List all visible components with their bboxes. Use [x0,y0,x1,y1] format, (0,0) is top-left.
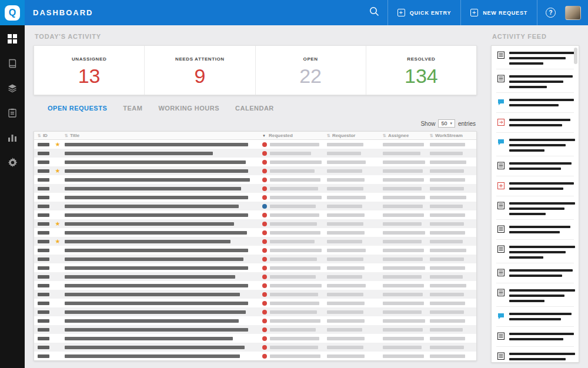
cell-requestor [327,257,383,261]
search-button[interactable] [361,0,387,25]
status-dot-icon [262,257,267,262]
table-row[interactable]: ★ [34,166,476,175]
feed-item[interactable] [496,93,574,113]
user-avatar[interactable] [565,6,581,20]
entries-per-page-select[interactable]: 50 ▾ [438,119,455,128]
sidebar-item-requests[interactable] [0,101,25,125]
sidebar-item-reports[interactable] [0,125,25,150]
reports-icon [8,133,17,142]
table-row[interactable] [34,281,476,290]
sidebar-item-dashboard[interactable] [0,26,25,51]
feed-item[interactable] [496,133,574,156]
tab-working-hours[interactable]: WORKING HOURS [158,105,219,112]
feed-item[interactable] [496,196,574,220]
table-row[interactable] [34,149,476,158]
feed-item[interactable] [496,176,574,196]
cell-title [65,169,262,173]
layers-icon [8,83,17,93]
favorite-star-icon[interactable]: ★ [55,168,61,174]
favorite-star-icon[interactable]: ★ [55,142,61,148]
feed-item-text [509,245,575,259]
table-row[interactable]: ★ [34,219,476,228]
cell-title [65,178,262,182]
favorite-star-icon[interactable]: ★ [55,239,61,245]
table-row[interactable] [34,202,476,210]
help-button[interactable]: ? [537,0,564,25]
cell-title [65,319,262,323]
feed-item[interactable] [496,156,574,176]
tab-team[interactable]: TEAM [123,105,142,112]
column-header-assignee[interactable]: ⇅Assignee [383,133,430,138]
cell-requested [262,213,327,218]
feed-item[interactable] [496,283,574,307]
column-header-requested[interactable]: ▼Requested [262,133,327,138]
table-row[interactable] [34,334,476,343]
feed-item[interactable] [496,69,574,93]
scrollbar-thumb[interactable] [574,48,577,64]
feed-item-text [509,332,574,342]
feed-item[interactable] [496,113,574,133]
cell-title [65,346,262,349]
quick-entry-button[interactable]: + QUICK ENTRY [388,0,460,25]
cell-requested [262,319,327,323]
stat-label: OPEN [303,56,318,62]
cell-title [65,302,262,305]
entries-label: entries [458,121,476,127]
table-row[interactable] [34,263,476,272]
tab-open-requests[interactable]: OPEN REQUESTS [48,105,107,112]
feed-item[interactable] [496,240,574,263]
cell-requestor [327,187,383,190]
table-row[interactable]: ★ [34,140,476,149]
stat-card-unassigned[interactable]: UNASSIGNED13 [34,46,145,95]
table-row[interactable] [34,255,476,263]
new-request-button[interactable]: + NEW REQUEST [461,0,537,25]
table-row[interactable] [34,158,476,166]
cell-requestor [327,160,383,164]
cell-workstream [430,354,476,358]
table-row[interactable] [34,193,476,202]
tab-calendar[interactable]: CALENDAR [235,105,274,112]
column-header-workstream[interactable]: ⇅WorkStream [430,133,476,138]
table-row[interactable] [34,228,476,237]
note-icon [497,332,505,342]
feed-item[interactable] [496,263,574,283]
feed-item[interactable] [496,347,574,363]
sidebar-item-layers[interactable] [0,76,25,101]
stat-card-needs-attention[interactable]: NEEDS ATTENTION9 [145,46,255,95]
cell-id [34,196,51,199]
table-row[interactable] [34,184,476,193]
favorite-star-icon[interactable]: ★ [55,221,61,227]
table-row[interactable] [34,175,476,184]
feed-item[interactable] [496,220,574,240]
status-dot-icon [262,301,267,306]
table-row[interactable] [34,325,476,334]
feed-item[interactable] [496,307,574,327]
column-header-title[interactable]: ⇅Title [65,133,262,138]
app-logo[interactable]: Q [0,0,25,25]
stat-card-resolved[interactable]: RESOLVED134 [366,46,476,95]
table-row[interactable] [34,290,476,299]
cell-id [34,222,51,226]
stat-value: 9 [194,66,205,86]
cell-id [34,354,51,358]
feed-item[interactable] [496,46,574,69]
table-row[interactable] [34,316,476,325]
note-icon [497,201,505,215]
table-row[interactable]: ★ [34,237,476,246]
column-header-requestor[interactable]: ⇅Requestor [327,133,383,138]
stat-card-open[interactable]: OPEN22 [256,46,366,95]
feed-item-text [509,98,574,108]
column-header-id[interactable]: ⇅ID [34,133,51,138]
table-row[interactable] [34,307,476,316]
table-row[interactable] [34,343,476,352]
table-row[interactable] [34,246,476,255]
sidebar-item-settings[interactable] [0,150,25,175]
table-row[interactable] [34,272,476,281]
comment-icon [497,312,505,322]
table-row[interactable] [34,210,476,219]
chevron-down-icon: ▾ [450,121,452,126]
table-row[interactable] [34,299,476,307]
table-row[interactable] [34,352,476,360]
sidebar-item-library[interactable] [0,51,25,76]
feed-item[interactable] [496,327,574,347]
